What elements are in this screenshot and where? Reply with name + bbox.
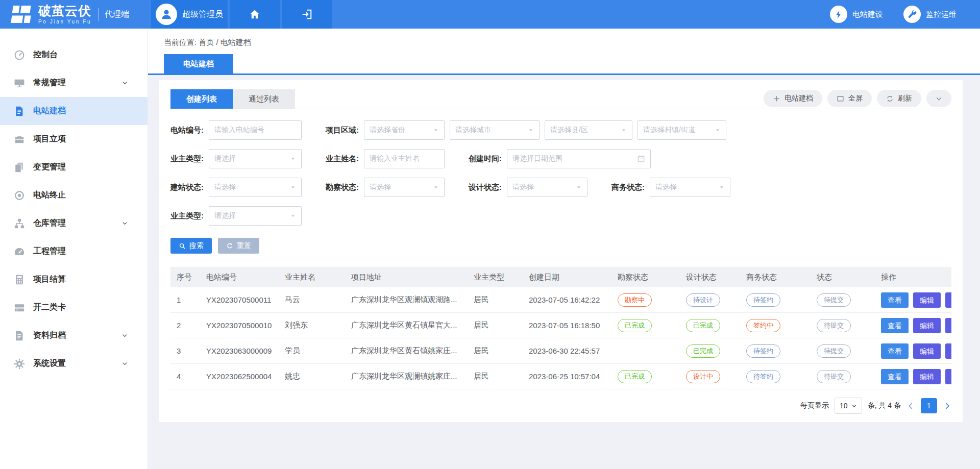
- gauge-icon: [14, 246, 25, 257]
- view-button[interactable]: 查看: [881, 292, 909, 308]
- breadcrumb: 当前位置: 首页 / 电站建档: [164, 38, 980, 47]
- cell-design-status: 已完成: [680, 338, 740, 364]
- sidebar-item[interactable]: 资料归档: [0, 322, 148, 350]
- sidebar-item-label: 系统设置: [33, 358, 66, 369]
- sidebar-item[interactable]: 变更管理: [0, 153, 148, 181]
- cell-design-status: 已完成: [680, 313, 740, 338]
- filter-date-input[interactable]: 请选择日期范围: [507, 149, 651, 168]
- cell-created-date: 2023-06-30 22:45:57: [523, 338, 611, 364]
- brand-logo: 破茧云伏 Po Jian Yun Fu 代理端: [0, 0, 151, 29]
- topbar-quick-nav: 电站建设监控运维: [830, 0, 980, 29]
- chevron-down-icon: [121, 360, 128, 367]
- edit-button[interactable]: 编辑: [913, 292, 941, 308]
- filter-select[interactable]: 请选择: [364, 178, 445, 197]
- search-icon: [179, 242, 186, 250]
- edit-button[interactable]: 编辑: [913, 369, 941, 384]
- status-badge: 待签约: [746, 293, 780, 307]
- filter-select[interactable]: 请选择省份: [364, 120, 445, 140]
- placeholder-text: 请选择村镇/街道: [643, 126, 712, 135]
- current-page[interactable]: 1: [921, 398, 937, 413]
- chevron-down-icon: [121, 332, 128, 339]
- cell-created-date: 2023-07-05 16:42:22: [523, 287, 611, 313]
- cell-owner-type: 居民: [468, 364, 523, 389]
- search-button[interactable]: 搜索: [170, 238, 212, 254]
- filter-select[interactable]: 请选择县/区: [545, 120, 632, 140]
- chevron-down-icon: [851, 403, 857, 409]
- void-button[interactable]: 作废: [945, 343, 951, 359]
- filter-select[interactable]: 请选择: [650, 178, 730, 197]
- toolbar-refresh-button[interactable]: 刷新: [877, 90, 921, 107]
- view-button[interactable]: 查看: [881, 318, 909, 333]
- topbar: 破茧云伏 Po Jian Yun Fu 代理端 超级管理员 电站建设监控运维: [0, 0, 980, 29]
- filter-select[interactable]: 请选择: [209, 149, 302, 168]
- column-header: 业主姓名: [279, 267, 345, 287]
- tab-create-list[interactable]: 创建列表: [170, 89, 233, 109]
- sidebar-item-label: 开二类卡: [33, 302, 66, 313]
- sidebar-item[interactable]: 系统设置: [0, 350, 148, 378]
- filter-select[interactable]: 请选择: [209, 178, 302, 197]
- filter-group: 业主类型:请选择: [170, 149, 302, 168]
- filter-select[interactable]: 请选择: [209, 206, 302, 226]
- filter-select[interactable]: 请选择城市: [450, 120, 540, 140]
- sidebar-item[interactable]: 项目结算: [0, 265, 148, 293]
- sidebar-item-label: 资料归档: [33, 330, 66, 341]
- sidebar-item[interactable]: 工程管理: [0, 237, 148, 265]
- void-button[interactable]: 作废: [945, 292, 951, 308]
- sidebar-item[interactable]: 项目立项: [0, 125, 148, 153]
- home-button[interactable]: [230, 0, 280, 29]
- void-button[interactable]: 作废: [945, 318, 951, 333]
- sidebar-item[interactable]: 开二类卡: [0, 293, 148, 322]
- user-menu[interactable]: 超级管理员: [151, 0, 228, 29]
- cell-business-status: 签约中: [740, 313, 811, 338]
- breadcrumb-label: 当前位置:: [164, 38, 197, 46]
- cell-owner-name: 刘强东: [279, 313, 345, 338]
- page-tab-station-archive[interactable]: 电站建档: [164, 54, 233, 73]
- filter-text-input[interactable]: 请输入电站编号: [209, 120, 302, 140]
- reset-button[interactable]: 重置: [218, 238, 259, 254]
- sidebar-item[interactable]: 控制台: [0, 41, 148, 69]
- topnav-monitor-ops[interactable]: 监控运维: [903, 6, 957, 23]
- sidebar-item-label: 项目结算: [33, 274, 66, 285]
- filter-select[interactable]: 请选择村镇/街道: [638, 120, 726, 140]
- topnav-station-build[interactable]: 电站建设: [830, 6, 883, 23]
- prev-page-icon[interactable]: [906, 402, 915, 410]
- edit-button[interactable]: 编辑: [913, 318, 941, 333]
- cell-station-code: YX2023062500004: [200, 364, 279, 389]
- filter-label: 勘察状态:: [326, 183, 359, 192]
- placeholder-text: 请选择城市: [455, 126, 525, 135]
- toolbar-add-station-button[interactable]: 电站建档: [764, 90, 822, 107]
- column-header: 创建日期: [523, 267, 611, 287]
- edit-button[interactable]: 编辑: [913, 343, 941, 359]
- breadcrumb-path[interactable]: 首页 / 电站建档: [199, 38, 251, 46]
- filter-row: 业主类型:请选择业主姓名:请输入业主姓名创建时间:请选择日期范围: [170, 149, 951, 168]
- tab-pass-list[interactable]: 通过列表: [233, 89, 295, 109]
- placeholder-text: 请选择: [214, 183, 287, 192]
- cell-project-address: 广东深圳龙华区黄石镇星官大...: [345, 313, 468, 338]
- sidebar-item[interactable]: 常规管理: [0, 69, 148, 97]
- toolbar-fullscreen-button[interactable]: 全屏: [827, 90, 872, 107]
- view-button[interactable]: 查看: [881, 369, 909, 384]
- sidebar: 控制台常规管理电站建档项目立项变更管理电站终止仓库管理工程管理项目结算开二类卡资…: [0, 29, 148, 469]
- cell-status: 待提交: [811, 313, 875, 338]
- placeholder-text: 请选择: [370, 183, 430, 192]
- void-button[interactable]: 作废: [945, 369, 951, 384]
- toolbar-more-button[interactable]: [926, 90, 951, 107]
- cell-created-date: 2023-06-25 10:57:04: [523, 364, 611, 389]
- cell-owner-name: 姚忠: [279, 364, 345, 389]
- filter-select[interactable]: 请选择: [507, 178, 587, 197]
- cell-project-address: 广东深圳龙华区观澜镇观湖路...: [345, 287, 468, 313]
- gear-icon: [14, 358, 25, 369]
- logout-button[interactable]: [282, 0, 332, 29]
- per-page-select[interactable]: 10: [835, 398, 862, 414]
- cell-survey-status: [611, 338, 680, 364]
- toolbar-button-label: 电站建档: [785, 94, 813, 103]
- view-button[interactable]: 查看: [881, 343, 909, 359]
- cell-station-code: YX2023070500010: [200, 313, 279, 338]
- filter-row: 建站状态:请选择勘察状态:请选择设计状态:请选择商务状态:请选择: [170, 178, 951, 197]
- sidebar-item[interactable]: 电站终止: [0, 181, 148, 209]
- filter-text-input[interactable]: 请输入业主姓名: [364, 149, 445, 168]
- sidebar-item[interactable]: 仓库管理: [0, 209, 148, 237]
- sidebar-item[interactable]: 电站建档: [0, 97, 148, 125]
- next-page-icon[interactable]: [943, 402, 951, 410]
- filter-form: 电站编号:请输入电站编号项目区域:请选择省份请选择城市请选择县/区请选择村镇/街…: [170, 109, 951, 226]
